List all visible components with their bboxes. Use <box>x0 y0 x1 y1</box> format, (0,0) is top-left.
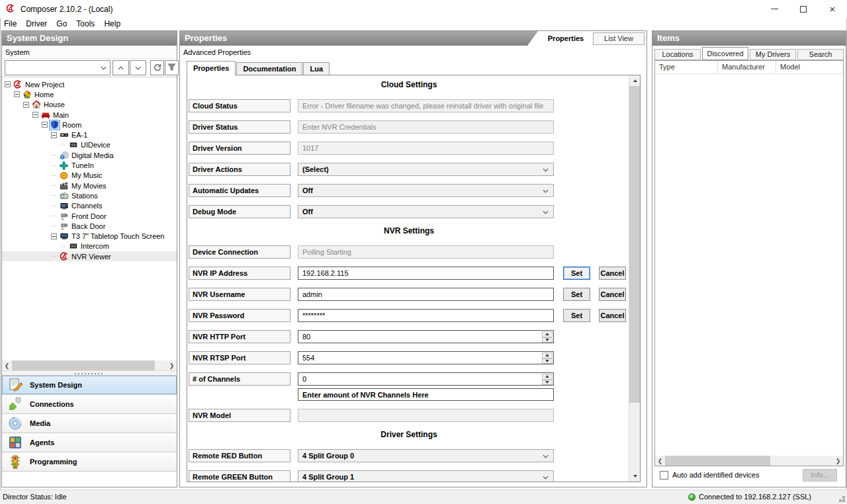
property-dropdown[interactable]: (Select) <box>298 163 554 176</box>
tree-item-digital-media[interactable]: Digital Media <box>2 150 177 160</box>
section-header-cloud-settings: Cloud Settings <box>189 80 629 89</box>
spinner-down-icon[interactable] <box>542 358 553 364</box>
tree-item-stations[interactable]: Stations <box>2 190 177 200</box>
scrollbar-thumb[interactable] <box>629 86 641 403</box>
column-header-model[interactable]: Model <box>776 61 843 73</box>
tree-item-main[interactable]: Main <box>2 110 177 120</box>
set-button[interactable]: Set <box>563 309 590 322</box>
spinner-up-icon[interactable] <box>542 331 553 337</box>
nav-item-media[interactable]: Media <box>2 414 177 433</box>
resize-grip[interactable] <box>842 499 845 502</box>
spinner-up-icon[interactable] <box>542 374 553 380</box>
tree-expander-icon[interactable] <box>32 112 38 118</box>
tab-my-drivers[interactable]: My Drivers <box>750 49 796 60</box>
tree-expander-icon[interactable] <box>5 81 11 87</box>
property-dropdown[interactable]: 4 Split Group 1 <box>298 470 554 482</box>
tree-expander-icon[interactable] <box>42 122 48 128</box>
property-spinner-input[interactable]: 554 <box>298 351 554 364</box>
tab-search[interactable]: Search <box>797 49 844 60</box>
tree-item-tunein[interactable]: TuneIn <box>2 160 177 170</box>
tree-item-house[interactable]: House <box>2 100 177 110</box>
scrollbar-thumb[interactable] <box>12 360 155 370</box>
tree-item-front-door[interactable]: Front Door <box>2 211 177 221</box>
property-dropdown[interactable]: 4 Split Group 0 <box>298 449 554 462</box>
property-row-driver-actions: Driver Actions(Select) <box>189 163 629 176</box>
spinner-down-icon[interactable] <box>542 380 553 386</box>
form-vertical-scrollbar[interactable] <box>629 75 640 482</box>
tab-lua[interactable]: Lua <box>303 62 330 75</box>
tree-expander-icon[interactable] <box>51 132 57 138</box>
column-header-manufacturer[interactable]: Manufacturer <box>718 61 776 73</box>
window-maximize-button[interactable] <box>789 0 818 18</box>
tree-item-nvr-viewer[interactable]: NVR Viewer <box>2 251 177 261</box>
property-spinner-input[interactable]: 0 <box>298 372 554 386</box>
scrollbar-thumb[interactable] <box>665 456 770 466</box>
property-text-input[interactable]: ******** <box>298 309 554 322</box>
tree-item-channels[interactable]: Channels <box>2 201 177 211</box>
tree-horizontal-scrollbar[interactable]: ❮ ❯ <box>2 360 177 370</box>
scroll-up-icon[interactable] <box>629 75 641 86</box>
system-filter-combobox[interactable] <box>5 60 111 75</box>
tree-item-intercom[interactable]: Intercom <box>2 241 177 251</box>
tree-item-new-project[interactable]: New Project <box>2 79 177 89</box>
scroll-right-icon[interactable]: ❯ <box>167 360 177 370</box>
items-horizontal-scrollbar[interactable]: ❮ ❯ <box>655 456 843 466</box>
refresh-button[interactable] <box>150 60 164 75</box>
nav-item-programming[interactable]: Programming <box>2 452 177 472</box>
nav-item-system-design[interactable]: System Design <box>2 376 177 395</box>
tab-documentation[interactable]: Documentation <box>236 62 302 75</box>
menu-item-go[interactable]: Go <box>52 18 71 30</box>
menu-item-file[interactable]: File <box>0 18 21 30</box>
tree-move-down-button[interactable] <box>130 60 146 75</box>
tree-item-home[interactable]: Home <box>2 89 177 99</box>
tree-item-uidevice[interactable]: UIDevice <box>2 140 177 150</box>
property-dropdown[interactable]: Off <box>298 184 554 197</box>
scroll-left-icon[interactable]: ❮ <box>655 456 665 466</box>
tree-item-back-door[interactable]: Back Door <box>2 221 177 231</box>
scroll-right-icon[interactable]: ❯ <box>833 456 843 466</box>
scroll-left-icon[interactable]: ❮ <box>2 360 12 370</box>
tab-discovered[interactable]: Discovered <box>702 47 748 60</box>
property-text-input[interactable]: admin <box>298 288 554 301</box>
tree-item-t3-7-tabletop-touch-screen[interactable]: T3 7" Tabletop Touch Screen <box>2 231 177 241</box>
set-button[interactable]: Set <box>563 288 590 301</box>
spinner-up-icon[interactable] <box>542 353 553 358</box>
nav-item-connections[interactable]: Connections <box>2 395 177 414</box>
property-note-input[interactable]: Enter amount of NVR Channels Here <box>298 388 554 401</box>
column-header-type[interactable]: Type <box>655 61 718 73</box>
tree-item-my-music[interactable]: My Music <box>2 171 177 181</box>
menu-item-driver[interactable]: Driver <box>21 18 52 30</box>
info-button[interactable]: Info... <box>803 469 837 482</box>
tab-list-view[interactable]: List View <box>593 32 645 45</box>
property-text-input[interactable]: 192.168.2.115 <box>298 267 554 280</box>
auto-add-checkbox[interactable] <box>660 471 668 480</box>
scroll-down-icon[interactable] <box>629 471 641 482</box>
tree-move-up-button[interactable] <box>112 60 129 75</box>
tree-connector <box>51 175 57 176</box>
tab-properties-view[interactable]: Properties <box>542 31 590 46</box>
nav-item-agents[interactable]: Agents <box>2 433 177 452</box>
spinner-down-icon[interactable] <box>542 337 553 343</box>
filter-button[interactable] <box>165 60 179 75</box>
tab-locations[interactable]: Locations <box>654 49 701 60</box>
cancel-button[interactable]: Cancel <box>599 309 626 322</box>
property-row-nvr-rtsp-port: NVR RTSP Port554 <box>189 351 629 364</box>
property-spinner-input[interactable]: 80 <box>298 330 554 343</box>
property-dropdown[interactable]: Off <box>298 205 554 218</box>
tree-item-ea-1[interactable]: EA-1 <box>2 130 177 140</box>
tree-expander-icon[interactable] <box>51 233 57 239</box>
tab-properties[interactable]: Properties <box>187 61 236 75</box>
cancel-button[interactable]: Cancel <box>599 267 626 280</box>
panel-splitter[interactable] <box>2 370 177 376</box>
cancel-button[interactable]: Cancel <box>599 288 626 301</box>
menu-item-help[interactable]: Help <box>99 18 125 30</box>
set-button[interactable]: Set <box>563 267 590 280</box>
tree-expander-icon[interactable] <box>14 91 20 97</box>
menu-item-tools[interactable]: Tools <box>71 18 99 30</box>
tree-item-room[interactable]: Room <box>2 120 177 130</box>
tree-item-my-movies[interactable]: My Movies <box>2 181 177 190</box>
tree-expander-icon[interactable] <box>23 102 29 108</box>
window-minimize-button[interactable] <box>760 0 789 18</box>
property-label: NVR Model <box>189 409 290 422</box>
window-close-button[interactable]: × <box>818 0 847 18</box>
